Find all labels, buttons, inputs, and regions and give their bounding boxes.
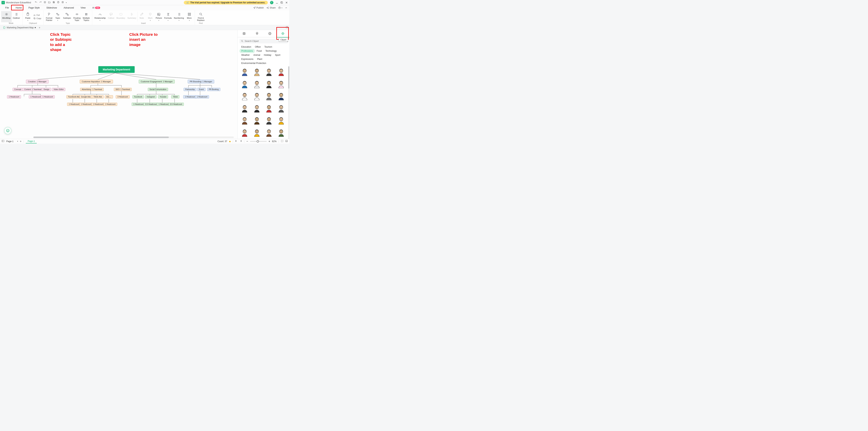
clipart-item[interactable] (264, 67, 274, 77)
node-video[interactable]: Video Editor (52, 88, 65, 91)
menu-ai[interactable]: AI Hot (89, 6, 103, 10)
clipart-item[interactable] (276, 128, 286, 137)
node-custaq[interactable]: Customer Aquisition: 1 Manager (80, 80, 113, 84)
outline-toggle[interactable] (1, 139, 4, 143)
open-button[interactable] (48, 1, 51, 4)
node-hc-c1[interactable]: 1 Headcount (7, 95, 21, 98)
rpanel-scrollbar-thumb[interactable] (288, 66, 289, 89)
clipart-item[interactable] (264, 128, 274, 137)
zoom-value[interactable]: 62% (272, 140, 277, 143)
redo-button[interactable] (39, 1, 42, 4)
node-design[interactable]: Design (42, 88, 51, 91)
node-content[interactable]: Content: 1 Teamlead (23, 88, 43, 91)
node-tt[interactable]: Tiktok (171, 95, 179, 98)
node-fb[interactable]: Facebook (132, 95, 144, 98)
node-ig[interactable]: Instagram (145, 95, 157, 98)
clipart-item[interactable] (252, 67, 262, 77)
node-hc-a4[interactable]: 1 Headcount (103, 103, 117, 106)
canvas-h-scrollbar[interactable] (33, 137, 234, 138)
page-tab[interactable]: Page-1 (26, 139, 37, 143)
save-button[interactable] (53, 1, 55, 4)
picture-button[interactable]: Picture ▾ (155, 11, 163, 22)
menu-advanced[interactable]: Advanced (60, 6, 78, 10)
fit-page-button[interactable] (281, 140, 283, 143)
zoom-out-button[interactable]: − (246, 140, 248, 143)
node-prbooking[interactable]: PR Booking (207, 88, 220, 91)
clipart-item[interactable] (240, 67, 250, 77)
premium-diamond-icon[interactable]: ◆ (229, 140, 231, 143)
find-replace-button[interactable]: Find & Replace (196, 11, 206, 22)
ai-chat-fab[interactable] (4, 127, 11, 134)
clipart-item[interactable] (252, 92, 262, 101)
node-hc-p2[interactable]: 1 Headcount (195, 95, 209, 98)
document-tab[interactable]: Marketing Department Map (1, 25, 38, 30)
note-button[interactable]: Note (137, 11, 146, 22)
node-root[interactable]: Marketing Department (98, 66, 135, 73)
zoom-knob[interactable] (257, 140, 259, 142)
qat-caret[interactable]: ▾ (66, 2, 67, 3)
formula-button[interactable]: Formula ▾ (163, 11, 173, 22)
node-hc-e4[interactable]: 0.5 Headcount (168, 103, 184, 106)
menu-view[interactable]: View (78, 6, 89, 10)
subtopic-button[interactable]: Subtopic (62, 11, 72, 22)
fullscreen-button[interactable] (285, 140, 288, 143)
trial-banner[interactable]: 🛒 The trial period has expired. Upgrade … (184, 1, 268, 4)
clipart-category[interactable]: Animal (251, 53, 262, 57)
node-yt[interactable]: Youtube (158, 95, 168, 98)
add-document-button[interactable]: + (38, 26, 41, 29)
node-hc-c3[interactable]: 1 Headcount (41, 95, 55, 98)
undo-button[interactable] (35, 1, 37, 4)
clipart-item[interactable] (252, 80, 262, 89)
mindmap-mode-button[interactable]: MindMap (1, 11, 12, 22)
node-concept[interactable]: Concept (12, 88, 23, 91)
node-creative[interactable]: Creative: 1 Manager (26, 80, 49, 84)
clipart-item[interactable] (276, 92, 286, 101)
rpanel-scrollbar[interactable] (288, 66, 289, 139)
copy-button[interactable]: Copy (32, 17, 42, 20)
clipart-item[interactable] (276, 104, 286, 113)
clipart-item[interactable] (240, 92, 250, 101)
node-hc-c2[interactable]: 1 Headcount (29, 95, 43, 98)
clipart-category[interactable]: Tourism (262, 45, 274, 49)
minimize-button[interactable] (276, 1, 278, 4)
outliner-mode-button[interactable]: Outliner (12, 11, 21, 22)
page-selector[interactable]: Page-1 ▾ (6, 140, 18, 143)
clipart-item[interactable] (252, 116, 262, 125)
paste-button[interactable]: Paste ▾ (24, 11, 32, 22)
clipart-category[interactable]: Food (255, 49, 264, 53)
collapse-ribbon-button[interactable] (285, 6, 287, 9)
clipart-item[interactable] (264, 80, 274, 89)
mark-button[interactable]: Mark ▾ (146, 11, 155, 22)
format-painter-button[interactable]: Format Painter (45, 11, 54, 22)
clipart-category[interactable]: Expressions (240, 57, 255, 61)
clipart-category[interactable]: Environmental Protection (240, 61, 268, 65)
maximize-button[interactable] (280, 1, 283, 4)
floating-topic-button[interactable]: Floating Topic (72, 11, 82, 22)
numbering-button[interactable]: Numbering ▾ (173, 11, 185, 22)
close-button[interactable] (285, 1, 288, 4)
node-gads[interactable]: Google Ads (80, 95, 92, 98)
node-event[interactable]: Event (197, 88, 206, 91)
topic-button[interactable]: Topic ▾ (54, 11, 62, 22)
clipart-category[interactable]: Professions (240, 49, 255, 53)
clipart-category[interactable]: Office (253, 45, 262, 49)
clipart-category[interactable]: Plant (255, 57, 264, 61)
export-button[interactable] (61, 1, 64, 4)
clipart-item[interactable] (264, 92, 274, 101)
node-partnership[interactable]: Partnership (184, 88, 196, 91)
menu-slideshow[interactable]: Slideshow (43, 6, 60, 10)
node-hc-e2[interactable]: 0.5 Headcount (144, 103, 159, 106)
publish-button[interactable]: Publish (253, 6, 264, 9)
node-adv[interactable]: Advertising : 1 Teamlead (80, 88, 104, 91)
rpanel-tab-icon[interactable] (264, 30, 277, 37)
clipart-item[interactable] (264, 116, 274, 125)
print-button[interactable] (57, 1, 60, 4)
clipart-item[interactable] (240, 116, 250, 125)
node-hc-a3[interactable]: 1 Headcount (91, 103, 105, 106)
clipart-item[interactable] (264, 104, 274, 113)
node-seo[interactable]: SEO: 1 Teamlead (114, 88, 132, 91)
fit-right-button[interactable] (240, 140, 242, 143)
more-button[interactable]: More ▾ (185, 11, 194, 22)
fit-left-button[interactable] (235, 140, 238, 143)
node-pr[interactable]: PR Branding: 1 Manager (188, 80, 214, 84)
